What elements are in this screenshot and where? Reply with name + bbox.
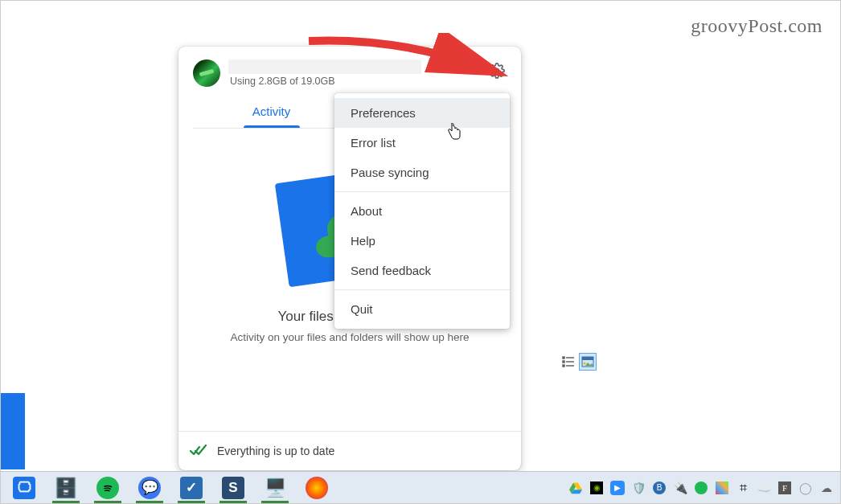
taskbar-app-firefox[interactable] xyxy=(298,473,335,503)
tray-security-icon[interactable]: 🛡️ xyxy=(630,479,647,497)
menu-item-error-list[interactable]: Error list xyxy=(334,128,510,158)
taskbar-app-spotify[interactable] xyxy=(89,473,126,503)
svg-rect-1 xyxy=(563,357,564,359)
tray-circle-icon[interactable]: ◯ xyxy=(797,479,814,497)
list-view-button[interactable] xyxy=(560,353,577,371)
menu-item-about[interactable]: About xyxy=(334,196,510,226)
taskbar-app-server[interactable]: 🗄️ xyxy=(47,473,84,503)
svg-point-0 xyxy=(495,69,499,73)
account-text: Using 2.8GB of 19.0GB xyxy=(228,59,507,87)
taskbar-app-snagit[interactable]: S xyxy=(215,473,252,503)
menu-item-help[interactable]: Help xyxy=(334,226,510,256)
taskbar-app-remote[interactable]: 🖥️ xyxy=(256,473,293,503)
menu-separator xyxy=(334,289,510,290)
tray-spotify-icon[interactable] xyxy=(692,479,710,497)
svg-point-9 xyxy=(584,363,586,365)
tray-nvidia-icon[interactable]: ◉ xyxy=(588,479,605,497)
tray-cloud-sync-icon[interactable]: ☁️ xyxy=(755,479,773,497)
taskbar-app-vpn[interactable]: ✓ xyxy=(173,473,210,503)
panel-footer: Everything is up to date xyxy=(178,431,521,470)
thumbnail-icon xyxy=(581,356,594,367)
settings-menu: Preferences Error list Pause syncing Abo… xyxy=(334,93,510,329)
taskbar-app-monitor[interactable]: 🖵 xyxy=(6,473,43,503)
tray-usb-icon[interactable]: 🔌 xyxy=(671,479,689,497)
status-subtitle: Activity on your files and folders will … xyxy=(193,331,507,343)
double-check-icon xyxy=(190,445,207,457)
menu-item-send-feedback[interactable]: Send feedback xyxy=(334,256,510,285)
avatar[interactable] xyxy=(193,59,220,87)
thumbnail-view-button[interactable] xyxy=(579,353,597,371)
taskbar-app-signal[interactable]: 💬 xyxy=(131,473,168,503)
settings-button[interactable] xyxy=(484,58,510,84)
tray-zoom-icon[interactable]: ▶ xyxy=(609,479,626,497)
footer-status-text: Everything is up to date xyxy=(217,445,334,457)
svg-rect-8 xyxy=(582,357,593,360)
watermark-text: groovyPost.com xyxy=(691,15,823,37)
svg-rect-5 xyxy=(563,365,564,367)
menu-item-preferences[interactable]: Preferences xyxy=(334,98,510,128)
tray-feedly-icon[interactable]: F xyxy=(776,479,794,497)
account-name-redacted xyxy=(228,59,421,74)
menu-separator xyxy=(334,191,510,192)
background-stripe xyxy=(1,393,25,469)
view-toggle xyxy=(560,353,597,371)
menu-item-pause-syncing[interactable]: Pause syncing xyxy=(334,158,510,187)
tray-bluetooth-icon[interactable]: B xyxy=(650,479,668,497)
menu-item-quit[interactable]: Quit xyxy=(334,294,510,324)
list-icon xyxy=(562,356,575,367)
tray-powertoys-icon[interactable] xyxy=(713,479,731,497)
gear-icon xyxy=(489,63,505,79)
tray-google-drive-icon[interactable] xyxy=(567,479,585,497)
storage-usage-text: Using 2.8GB of 19.0GB xyxy=(228,76,507,87)
windows-taskbar: 🖵 🗄️ 💬 ✓ S 🖥️ ◉ ▶ 🛡️ xyxy=(1,471,840,503)
account-row: Using 2.8GB of 19.0GB xyxy=(193,59,507,87)
tray-slack-icon[interactable]: ⌗ xyxy=(734,479,752,497)
svg-rect-3 xyxy=(563,361,564,363)
tray-onedrive-icon[interactable]: ☁ xyxy=(818,479,835,497)
taskbar-system-tray: ◉ ▶ 🛡️ B 🔌 ⌗ ☁️ F ◯ ☁ xyxy=(567,479,835,497)
taskbar-pinned-apps: 🖵 🗄️ 💬 ✓ S 🖥️ xyxy=(6,473,335,503)
tab-activity[interactable]: Activity xyxy=(193,95,350,128)
